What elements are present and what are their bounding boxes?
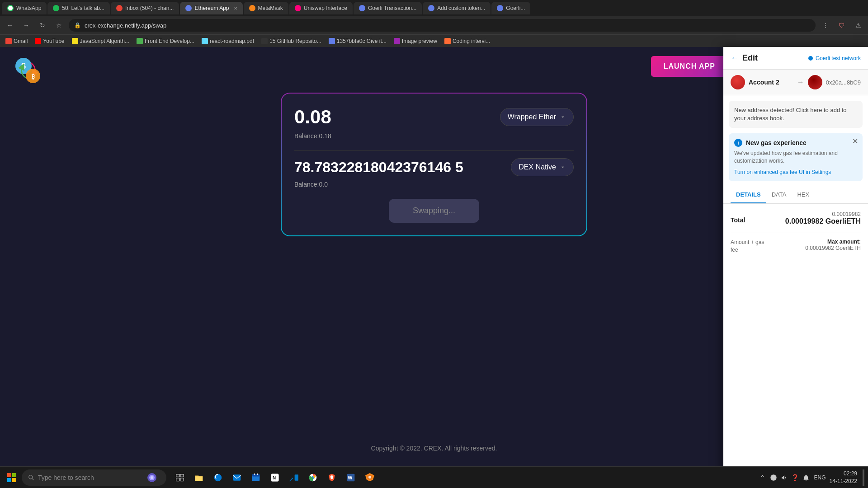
taskbar-right: ⌃ ❓ ENG 02:29 14	[758, 469, 864, 486]
svg-rect-7	[12, 478, 16, 482]
tab-ethereum-app[interactable]: Ethereum App ✕	[180, 2, 242, 14]
search-icon	[28, 474, 34, 481]
bookmark-js[interactable]: JavaScript Algorith...	[70, 37, 131, 45]
volume-icon[interactable]	[780, 473, 789, 482]
url-text: crex-exchange.netlify.app/swap	[85, 22, 166, 29]
mm-gas-settings-link[interactable]: Turn on enhanced gas fee UI in Settings	[734, 169, 831, 175]
brave-rewards-icon[interactable]: ⚠	[852, 19, 864, 32]
mm-address-notification[interactable]: New address detected! Click here to add …	[729, 101, 863, 128]
calendar-button[interactable]	[248, 469, 264, 486]
tab-whatsapp-label: WhatsApp	[16, 5, 41, 11]
svg-rect-5	[12, 473, 16, 477]
edge-button[interactable]	[210, 469, 226, 486]
tab-podcast[interactable]: 50. Let's talk ab...	[47, 2, 110, 14]
volume-status-icon	[781, 474, 788, 481]
mm-tab-data[interactable]: DATA	[766, 187, 792, 203]
mm-title-row: ← Edit	[731, 53, 758, 63]
to-token-label: DEX Native	[519, 163, 556, 171]
from-amount: 0.08	[294, 106, 331, 128]
tab-add-token[interactable]: Add custom token...	[423, 2, 491, 14]
tab-goerli2[interactable]: Goerli...	[491, 2, 530, 14]
account-arrow-icon: →	[797, 78, 804, 86]
tab-metamask[interactable]: MetaMask	[244, 2, 288, 14]
gas-notice-close-icon[interactable]: ✕	[852, 137, 858, 145]
bookmark-frontend-label: Front End Develop...	[145, 38, 194, 44]
vscode-icon	[289, 473, 298, 482]
svg-text:W: W	[348, 475, 353, 480]
address-bar[interactable]: 🔒 crex-exchange.netlify.app/swap	[69, 19, 816, 32]
task-view-button[interactable]	[172, 469, 188, 486]
svg-rect-6	[7, 478, 11, 482]
to-token-selector[interactable]: DEX Native	[511, 158, 574, 176]
back-button[interactable]: ←	[4, 19, 16, 32]
bookmark-frontend[interactable]: Front End Develop...	[135, 37, 196, 45]
bookmark-coding[interactable]: Coding intervi...	[443, 37, 492, 45]
mm-tab-details[interactable]: DETAILS	[731, 187, 766, 203]
mm-notification-text: New address detected! Click here to add …	[734, 107, 847, 122]
clock-time: 02:29	[830, 470, 857, 478]
bookmark-gmail[interactable]: Gmail	[4, 37, 29, 45]
extensions-button[interactable]: ⋮	[819, 19, 832, 32]
taskbar-icons: N W	[172, 469, 378, 486]
sys-tray: ⌃ ❓	[758, 473, 811, 482]
bookmark-button[interactable]: ☆	[52, 19, 65, 32]
tab-gmail[interactable]: Inbox (504) - chan...	[111, 2, 179, 14]
notifications-icon[interactable]	[802, 473, 811, 482]
close-tab-icon[interactable]: ✕	[234, 6, 237, 11]
metamask-taskbar-button[interactable]	[362, 469, 378, 486]
vscode-button[interactable]	[286, 469, 302, 486]
brave-shield-icon[interactable]: 🛡	[835, 19, 848, 32]
chrome-icon	[308, 473, 317, 482]
notion-button[interactable]: N	[267, 469, 283, 486]
to-balance: Balance:0.0	[294, 181, 574, 188]
word-button[interactable]: W	[343, 469, 359, 486]
launch-app-button[interactable]: LAUNCH APP	[651, 56, 728, 77]
refresh-button[interactable]: ↻	[36, 19, 49, 32]
tab-bar: WhatsApp 50. Let's talk ab... Inbox (504…	[0, 0, 868, 16]
main-content: $ ₿ LAUNCH APP	[0, 47, 868, 488]
tab-goerli-tx[interactable]: Goerli Transaction...	[354, 2, 422, 14]
file-explorer-button[interactable]	[191, 469, 207, 486]
bookmark-react-label: react-roadmap.pdf	[210, 38, 254, 44]
svg-point-29	[368, 476, 371, 479]
mm-tab-hex[interactable]: HEX	[792, 187, 815, 203]
tab-whatsapp[interactable]: WhatsApp	[2, 2, 47, 14]
language-label: ENG	[814, 474, 826, 481]
brave-button[interactable]	[324, 469, 340, 486]
bookmark-github[interactable]: 15 GitHub Reposito...	[259, 37, 323, 45]
network-icon[interactable]	[769, 473, 778, 482]
mm-gas-title-text: New gas experience	[746, 139, 807, 146]
mm-title: Edit	[742, 53, 758, 63]
bookmark-youtube[interactable]: YouTube	[33, 37, 66, 45]
taskbar-search[interactable]: Type here to search	[22, 469, 166, 486]
mm-gas-description: We've updated how gas fee estimation and…	[734, 150, 857, 165]
mm-tab-hex-label: HEX	[797, 191, 809, 198]
help-icon[interactable]: ❓	[791, 473, 800, 482]
tab-goerli2-label: Goerli...	[506, 5, 525, 11]
mail-button[interactable]	[229, 469, 245, 486]
metamask-panel: ← Edit Goerli test network Account 2 → 0…	[723, 47, 868, 488]
bookmark-github-label: 15 GitHub Reposito...	[269, 38, 321, 44]
bookmarks-bar: Gmail YouTube JavaScript Algorith... Fro…	[0, 34, 868, 47]
brave-taskbar-icon	[327, 473, 336, 482]
bookmark-react[interactable]: react-roadmap.pdf	[200, 37, 256, 45]
svg-rect-14	[180, 478, 184, 481]
svg-rect-15	[233, 474, 241, 480]
show-hidden-icons-button[interactable]: ⌃	[758, 473, 767, 482]
bookmark-image[interactable]: Image preview	[392, 37, 439, 45]
tab-goerli-tx-label: Goerli Transaction...	[368, 5, 416, 11]
svg-rect-13	[176, 478, 180, 481]
mm-header: ← Edit Goerli test network	[723, 47, 868, 70]
forward-button[interactable]: →	[20, 19, 33, 32]
tab-uniswap[interactable]: Uniswap Interface	[289, 2, 353, 14]
from-token-selector[interactable]: Wrapped Ether	[500, 108, 574, 126]
show-desktop-button[interactable]	[863, 469, 864, 486]
start-button[interactable]	[4, 469, 20, 486]
mm-back-button[interactable]: ←	[731, 53, 739, 63]
clock[interactable]: 02:29 14-11-2022	[830, 470, 857, 485]
mm-amount-gas-label: Amount + gasfee	[731, 239, 764, 254]
browser-chrome: WhatsApp 50. Let's talk ab... Inbox (504…	[0, 0, 868, 47]
chrome-button[interactable]	[305, 469, 321, 486]
bookmark-goerli[interactable]: 1357bbfa0c Give it...	[327, 37, 388, 45]
mm-network[interactable]: Goerli test network	[808, 55, 861, 61]
